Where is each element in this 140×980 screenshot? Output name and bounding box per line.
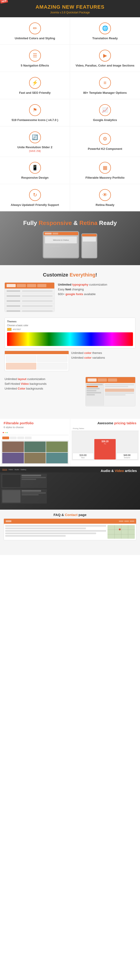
faq-header [4,519,136,524]
faq-item [5,528,86,529]
phone-screen [82,234,97,258]
pricing-cards: $10.00 Basic $30.20 Pro $49.90 Enterpris… [72,431,139,460]
av-mock: Home Video Audio Gallery [0,466,140,510]
typography-screenshot [5,282,54,312]
faq-item [5,525,106,527]
av-desc-1 [22,477,46,478]
faq-section: FAQ & Contact page [0,510,140,555]
feature-title: Powerful K2 Component [88,147,122,151]
filter-3[interactable] [25,436,32,439]
nav-gallery[interactable]: Gallery [21,469,26,471]
filter-1[interactable] [10,436,17,439]
av-article-1 [2,474,47,488]
tablet-screen: Welcome to Oralius [44,232,78,258]
nav-audio[interactable]: Audio [14,469,19,471]
feature-k2: ⚙ Powerful K2 Component [70,126,140,157]
av-text-2 [22,490,46,503]
feature-google-analytics: 📈 Google Analytics [70,99,140,126]
portfolio-mock-container [2,430,68,464]
filter-all[interactable] [2,436,9,439]
av-desc-3 [22,492,46,493]
nav-item-1[interactable] [119,520,123,522]
tab-layout-2[interactable] [88,379,97,382]
page-header: NEW AMAZING NEW FEATURES Joomla v.3.8 Qu… [0,0,140,17]
choose-color-label: Choose a basic color [7,324,133,327]
mock-row [5,299,54,304]
faq-item [5,533,96,534]
banner-text: Fully Responsive & Retina Ready [5,220,135,227]
translation-icon: 🌐 [99,22,111,34]
updated-icon: ↻ [29,189,41,201]
portfolio-grid [2,441,68,464]
portfolio-header [2,430,68,435]
tab-style-2[interactable] [98,379,107,382]
faq-map [108,525,135,539]
map-line-v3 [128,525,128,539]
title-part2: FEATURES [75,4,105,10]
av-thumb-1 [2,475,21,487]
nav-item-3[interactable] [130,520,134,522]
portfolio-col: Filterable portfolio 6 styles to choose [0,419,70,466]
layout-description: Unlimited layout customization Self-Host… [5,377,82,391]
feature-title: 5 Navigation Effects [21,64,49,68]
portfolio-item [24,453,46,463]
pricing-card-pro: $30.20 Pro [94,439,116,460]
faq-header-nav [11,520,134,522]
pricing-col: Awesome pricing tables Pricing Tables $1… [70,419,140,466]
av-title-bar-2 [22,490,41,492]
content-mock [104,383,135,406]
mock-row [5,294,54,299]
mock-row [5,309,54,312]
av-label: Audio & Video articles [101,469,137,473]
subtitle: Joomla v.3.8 Quickstart Package [2,11,138,14]
portfolio-mock [2,430,68,464]
filter-2[interactable] [17,436,24,439]
feature-revolution-slider: 🔄 Unite Revolution Slider 2 [SAVE 25$] [0,126,70,157]
faq-item [5,535,66,537]
responsive-icon: 📱 [29,162,41,173]
fontawesome-icon: ⚑ [29,104,41,116]
tab-advanced[interactable] [37,284,46,287]
feature-unlimited-colors: ✏ Unlimited Colors and Styling [0,18,70,45]
av-article-2 [2,489,47,504]
pricing-label: Awesome pricing tables [70,419,140,426]
tab-layout[interactable] [6,284,16,287]
color-input-row: #F07B57 [7,328,133,331]
faq-label: FAQ & Contact page [0,510,140,519]
video-icon: ▶ [99,50,111,62]
feature-title: Unlimited Colors and Styling [15,37,55,40]
feature-title: Fast and SEO Friendly [19,91,51,95]
layout-screenshot [86,377,135,406]
typography-mock [5,283,54,312]
nav-item-2[interactable] [124,520,129,522]
price-value: $10.00 [80,454,87,457]
color-value: #F07B57 [13,328,21,331]
color-spectrum[interactable] [7,332,133,346]
typography-block: Unlimited typography customization Easy … [5,282,135,312]
nav-video[interactable]: Video [8,469,13,471]
portfolio-item [2,442,24,452]
portfolio-item [46,453,68,463]
template-icon: ≡ [99,77,111,89]
feature-title: Translation Ready [92,37,118,40]
tab-typography[interactable] [17,284,26,287]
feature-video-parallax: ▶ Video, Parallax, Color and Image Secti… [70,45,140,72]
nav-home[interactable]: Home [2,468,7,471]
tab-colors[interactable] [27,284,36,287]
yellow-dot [5,432,6,433]
feature-retina: 👁 Retina Ready [70,184,140,212]
portfolio-pricing-section: Filterable portfolio 6 styles to choose [0,419,140,466]
plan-name: Pro [104,443,106,444]
mock-row [5,288,54,294]
tab-bg-2[interactable] [108,379,117,382]
navigation-icon: ☰ [29,50,41,62]
plan-name: Basic [81,457,85,458]
portfolio-item [24,442,46,452]
main-title: AMAZING NEW FEATURES [2,4,138,10]
color-swatch[interactable] [7,328,11,331]
faq-mock [4,519,136,540]
feature-template-manager: ≡ 80+ Template Manager Options [70,72,140,99]
features-grid: ✏ Unlimited Colors and Styling 🌐 Transla… [0,17,140,212]
faq-item [5,530,106,531]
feature-translation-ready: 🌐 Translation Ready [70,18,140,45]
